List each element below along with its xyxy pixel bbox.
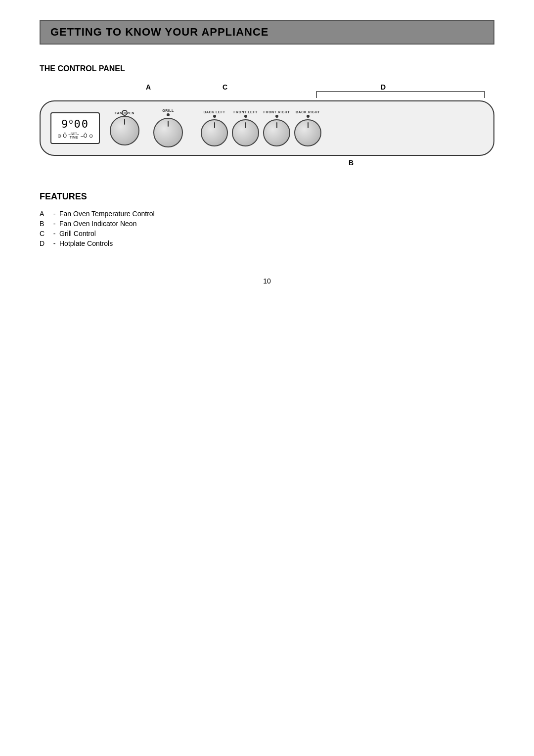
header-banner: GETTING TO KNOW YOUR APPLIANCE (40, 20, 494, 45)
fan-oven-indicator-circle (122, 110, 128, 116)
feature-text-d: Hotplate Controls (59, 239, 494, 247)
timer-icon-5: ⊙ (89, 133, 93, 139)
feature-item-a: A - Fan Oven Temperature Control (40, 210, 494, 218)
grill-indicator-dot-wrapper (167, 113, 170, 117)
top-labels-row: A C D (40, 83, 494, 100)
appliance-panel: 9o00 ⊙ Ō –SET–TIME –Ò ⊙ FAN OVEN (40, 100, 494, 156)
page-number: 10 (40, 277, 494, 285)
feature-item-d: D - Hotplate Controls (40, 239, 494, 247)
back-right-knob[interactable] (294, 119, 321, 146)
label-c: C (222, 83, 227, 91)
feature-item-b: B - Fan Oven Indicator Neon (40, 220, 494, 228)
back-left-label: BACK LEFT (203, 110, 225, 114)
d-line-right (484, 91, 485, 98)
front-left-knob[interactable] (232, 119, 259, 146)
d-line-horizontal (316, 91, 485, 92)
front-left-label: FRONT LEFT (233, 110, 258, 114)
feature-dash-a: - (49, 210, 59, 218)
fan-oven-knob-group: FAN OVEN (110, 111, 139, 145)
feature-item-c: C - Grill Control (40, 230, 494, 237)
front-right-knob[interactable] (263, 119, 290, 146)
grill-indicator-dot (167, 113, 170, 116)
feature-letter-d: D (40, 239, 49, 247)
control-panel-section: THE CONTROL PANEL A C D (40, 64, 494, 167)
front-left-indicator (244, 115, 247, 118)
label-b: B (349, 159, 354, 167)
feature-dash-b: - (49, 220, 59, 228)
timer-value: 9o00 (57, 117, 93, 130)
timer-icon-1: ⊙ (57, 133, 61, 139)
timer-icon-2: Ō (63, 133, 67, 139)
page: GETTING TO KNOW YOUR APPLIANCE THE CONTR… (0, 0, 534, 305)
grill-label: GRILL (162, 109, 174, 112)
label-d: D (381, 83, 386, 91)
feature-letter-b: B (40, 220, 49, 228)
back-left-indicator (213, 115, 216, 118)
control-panel-heading: THE CONTROL PANEL (40, 64, 494, 73)
grill-knob-group: GRILL (153, 109, 183, 147)
back-left-knob-group: BACK LEFT (201, 110, 228, 146)
feature-dash-c: - (49, 230, 59, 237)
fan-oven-knob-wrapper (110, 116, 139, 145)
d-line-left (316, 91, 317, 98)
timer-display: 9o00 ⊙ Ō –SET–TIME –Ò ⊙ (50, 112, 100, 144)
timer-icon-4: –Ò (81, 133, 87, 139)
features-heading: FEATURES (40, 191, 494, 202)
label-a: A (146, 83, 151, 91)
b-label-row: B (40, 159, 494, 167)
front-left-knob-group: FRONT LEFT (232, 110, 259, 146)
feature-letter-a: A (40, 210, 49, 218)
feature-text-c: Grill Control (59, 230, 494, 237)
feature-text-b: Fan Oven Indicator Neon (59, 220, 494, 228)
feature-text-a: Fan Oven Temperature Control (59, 210, 494, 218)
d-line-container: D (316, 87, 485, 92)
front-right-label: FRONT RIGHT (264, 110, 290, 114)
timer-icons: ⊙ Ō –SET–TIME –Ò ⊙ (57, 132, 93, 139)
feature-letter-c: C (40, 230, 49, 237)
front-right-indicator (275, 115, 278, 118)
back-right-label: BACK RIGHT (296, 110, 320, 114)
back-right-knob-group: BACK RIGHT (294, 110, 321, 146)
knobs-section: FAN OVEN GRILL (105, 109, 484, 147)
back-right-indicator (307, 115, 310, 118)
timer-icon-3: –SET–TIME (69, 132, 79, 139)
grill-knob[interactable] (153, 118, 183, 147)
feature-dash-d: - (49, 239, 59, 247)
back-left-knob[interactable] (201, 119, 228, 146)
fan-oven-knob[interactable] (110, 116, 139, 145)
features-section: FEATURES A - Fan Oven Temperature Contro… (40, 191, 494, 247)
diagram-wrapper: A C D 9o00 (40, 83, 494, 167)
front-right-knob-group: FRONT RIGHT (263, 110, 290, 146)
features-list: A - Fan Oven Temperature Control B - Fan… (40, 210, 494, 247)
page-title: GETTING TO KNOW YOUR APPLIANCE (50, 26, 484, 39)
